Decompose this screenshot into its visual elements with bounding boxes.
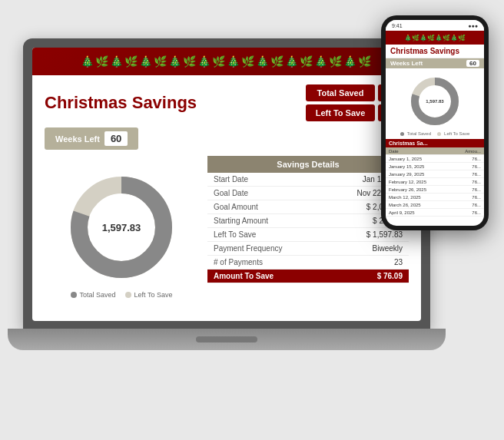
phone-saved-dot	[400, 132, 404, 136]
details-value-5: Biweekly	[325, 242, 409, 256]
phone-date-5: March 12, 2025	[386, 194, 451, 201]
phone-table-row: April 9, 202576...	[386, 209, 484, 217]
donut-container: 1,597.83	[64, 170, 179, 285]
phone-amount-1: 76...	[451, 163, 484, 170]
holly-banner	[32, 48, 421, 75]
phone-table-row: January 15, 202576...	[386, 163, 484, 170]
saved-dot	[71, 292, 77, 298]
phone-amount-6: 76...	[451, 201, 484, 209]
legend-saved: Total Saved	[71, 291, 116, 299]
phone-donut-value: 1,597.83	[426, 99, 443, 104]
phone-table-row: February 12, 202576...	[386, 178, 484, 186]
laptop-screen-outer: Christmas Savings Total Saved $ Left To …	[23, 38, 430, 330]
phone-amount-7: 76...	[451, 209, 484, 217]
donut-center-value: 1,597.83	[102, 221, 141, 233]
details-header: Savings Details	[207, 156, 409, 173]
phone-legend-saved: Total Saved	[400, 131, 431, 136]
phone-holly	[386, 31, 484, 45]
weeks-row: Weeks Left 60	[45, 127, 409, 150]
details-value-6: 23	[325, 256, 409, 270]
phone-date-4: February 26, 2025	[386, 186, 451, 194]
phone-amount-2: 76...	[451, 170, 484, 178]
top-row: Christmas Savings Total Saved $ Left To …	[45, 84, 409, 121]
phone-amount-4: 76...	[451, 186, 484, 194]
screen-content: Christmas Savings Total Saved $ Left To …	[32, 48, 421, 321]
phone-signal: ●●●	[468, 23, 478, 28]
phone-amount-5: 76...	[451, 194, 484, 201]
weeks-left-label: Weeks Left	[55, 134, 100, 144]
phone-date-0: January 1, 2025	[386, 155, 451, 163]
details-label-5: Payment Frequency	[207, 242, 325, 256]
donut-legend: Total Saved Left To Save	[71, 291, 173, 299]
left-to-save-label: Left To Save	[306, 104, 375, 121]
total-saved-label: Total Saved	[306, 84, 375, 101]
phone-legend-left-label: Left To Save	[444, 131, 469, 136]
phone-table-row: January 29, 202576...	[386, 170, 484, 178]
details-label-3: Starting Amount	[207, 214, 325, 228]
phone-table-row: February 26, 202576...	[386, 186, 484, 194]
legend-left-label: Left To Save	[134, 291, 173, 299]
donut-section: 1,597.83 Total Saved Left T	[45, 156, 198, 312]
weeks-box: Weeks Left 60	[45, 127, 138, 150]
details-label-4: Left To Save	[207, 228, 325, 242]
phone-table: Date Amou... January 1, 202576...January…	[386, 147, 484, 217]
legend-saved-label: Total Saved	[80, 291, 116, 299]
phone-donut: 1,597.83	[386, 68, 484, 131]
phone-legend: Total Saved Left To Save	[386, 131, 484, 136]
phone-legend-left: Left To Save	[437, 131, 469, 136]
phone-screen: 9:41 ●●● Christmas Savings Weeks Left 60…	[386, 20, 484, 226]
details-section: Savings Details Start DateJan 1, 2024Goa…	[207, 156, 409, 312]
laptop-title: Christmas Savings	[45, 93, 197, 113]
phone-date-3: February 12, 2025	[386, 178, 451, 186]
laptop-base	[8, 329, 446, 350]
phone-table-section: Christmas Sa... Date Amou... January 1, …	[386, 139, 484, 226]
phone-col-amount: Amou...	[451, 147, 484, 155]
details-table: Start DateJan 1, 2024Goal DateNov 22, 20…	[207, 173, 409, 283]
phone-table-row: March 26, 202576...	[386, 201, 484, 209]
phone-weeks: Weeks Left 60	[386, 58, 484, 68]
content-row: 1,597.83 Total Saved Left T	[45, 156, 409, 312]
phone-date-1: January 15, 2025	[386, 163, 451, 170]
phone-table-row: January 1, 202576...	[386, 155, 484, 163]
phone-legend-saved-label: Total Saved	[407, 131, 431, 136]
phone-date-7: April 9, 2025	[386, 209, 451, 217]
laptop-screen-inner: Christmas Savings Total Saved $ Left To …	[32, 48, 421, 321]
details-label-2: Goal Amount	[207, 200, 325, 214]
phone-title: Christmas Savings	[386, 45, 484, 58]
legend-left: Left To Save	[125, 291, 173, 299]
phone-left-dot	[437, 132, 441, 136]
phone-amount-3: 76...	[451, 178, 484, 186]
laptop: Christmas Savings Total Saved $ Left To …	[23, 38, 430, 392]
details-label-0: Start Date	[207, 173, 325, 187]
phone-weeks-label: Weeks Left	[390, 60, 423, 67]
phone-amount-0: 76...	[451, 155, 484, 163]
left-dot	[125, 292, 131, 298]
phone-time: 9:41	[392, 23, 403, 28]
scene: Christmas Savings Total Saved $ Left To …	[0, 0, 504, 440]
phone-weeks-value: 60	[466, 60, 479, 67]
details-label-7: Amount To Save	[207, 270, 325, 283]
details-value-7: $ 76.09	[325, 270, 409, 283]
phone-date-6: March 26, 2025	[386, 201, 451, 209]
phone-table-title: Christmas Sa...	[386, 139, 484, 147]
phone-table-row: March 12, 202576...	[386, 194, 484, 201]
phone: 9:41 ●●● Christmas Savings Weeks Left 60…	[381, 15, 489, 230]
phone-status-bar: 9:41 ●●●	[386, 20, 484, 31]
details-label-6: # of Payments	[207, 256, 325, 270]
details-label-1: Goal Date	[207, 187, 325, 200]
phone-col-date: Date	[386, 147, 451, 155]
phone-date-2: January 29, 2025	[386, 170, 451, 178]
weeks-left-value: 60	[104, 131, 128, 146]
screen-main: Christmas Savings Total Saved $ Left To …	[32, 75, 421, 321]
